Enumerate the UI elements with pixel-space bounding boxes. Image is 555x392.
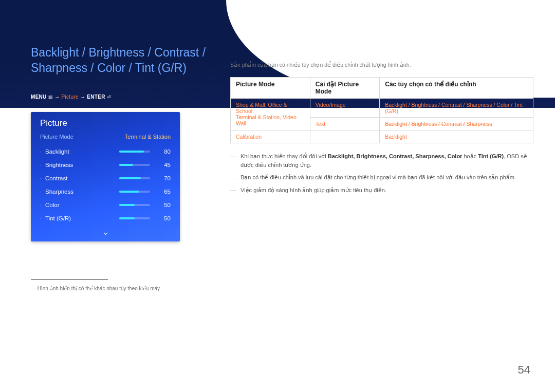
dash-icon: ― [230,152,240,169]
osd-tab-right[interactable]: Terminal & Station [125,134,171,140]
cell-calibration: Calibration [231,130,310,143]
osd-slider[interactable] [119,204,150,206]
dash-icon: ― [230,173,240,182]
osd-slider[interactable] [119,177,150,179]
bullet-dot-icon: · [40,148,45,155]
osd-title: Picture [31,112,180,134]
options-table: Picture Mode Cài đặt Picture Mode Các tù… [230,77,533,143]
osd-list: ·Backlight80·Brightness45·Contrast70·Sha… [31,143,180,225]
osd-item-label: Color [45,202,119,208]
bullet-dot-icon: · [40,175,45,181]
cell-opts-full: Backlight / Brightness / Contrast / Shar… [380,99,533,118]
th-options: Các tùy chọn có thể điều chỉnh [380,78,533,99]
osd-item-backlight[interactable]: ·Backlight80 [40,145,171,158]
th-setting: Cài đặt Picture Mode [310,78,379,99]
osd-slider[interactable] [119,164,150,166]
cell-empty [310,130,379,143]
enter-icon: ⏎ [107,95,111,100]
osd-slider[interactable] [119,217,150,219]
right-column: Sản phẩm của bạn có nhiều tùy chọn để đi… [230,62,529,143]
menu-path-picture: Picture [62,94,79,100]
osd-item-label: Backlight [45,148,119,155]
osd-item-label: Sharpness [45,189,119,195]
cell-video-image: Video/Image [310,99,379,118]
cell-backlight-only: Backlight [380,130,533,143]
osd-slider[interactable] [119,151,150,153]
menu-path-menu: MENU [31,94,47,100]
osd-item-label: Tint (G/R) [45,215,119,221]
bullet-3: ― Việc giảm độ sáng hình ảnh giúp giảm m… [230,184,533,197]
osd-item-value: 45 [156,162,171,168]
osd-item-color[interactable]: ·Color50 [40,198,171,212]
osd-item-value: 70 [156,175,171,181]
osd-tab-left[interactable]: Picture Mode [40,134,125,140]
bullet-1: ― Khi bạn thực hiện thay đổi đối với Bac… [230,150,533,171]
osd-slider[interactable] [119,191,150,193]
cell-modes: Shop & Mall, Office & School, Terminal &… [231,99,310,130]
osd-item-value: 50 [156,202,171,208]
osd-tabs: Picture Mode Terminal & Station [31,134,180,143]
dash-icon: ― [230,186,240,195]
osd-item-value: 80 [156,148,171,155]
bullet-dot-icon: · [40,202,45,208]
osd-item-value: 50 [156,215,171,221]
osd-item-tint-g-r-[interactable]: ·Tint (G/R)50 [40,212,171,225]
arrow-icon: → [80,94,85,100]
page-number: 54 [518,363,530,377]
footnote-separator [31,279,108,280]
osd-item-contrast[interactable]: ·Contrast70 [40,172,171,185]
menu-icon: ▥ [48,95,53,100]
arrow-icon: → [54,94,60,100]
description-bullets: ― Khi bạn thực hiện thay đổi đối với Bac… [230,150,533,196]
menu-path: MENU ▥ → Picture → ENTER ⏎ [31,94,111,100]
osd-item-label: Contrast [45,175,119,181]
page-title: Backlight / Brightness / Contrast / Shar… [31,45,216,76]
bullet-2: ― Bạn có thể điều chỉnh và lưu cài đặt c… [230,171,533,184]
cell-text: Text [310,118,379,130]
osd-item-label: Brightness [45,162,119,168]
th-picture-mode: Picture Mode [231,78,310,99]
osd-item-value: 65 [156,189,171,195]
menu-path-enter: ENTER [87,94,105,100]
osd-panel: Picture Picture Mode Terminal & Station … [31,112,180,241]
intro-text: Sản phẩm của bạn có nhiều tùy chọn để đi… [230,62,529,68]
bullet-dot-icon: · [40,189,45,195]
bullet-dot-icon: · [40,215,45,221]
osd-item-sharpness[interactable]: ·Sharpness65 [40,185,171,198]
chevron-down-icon[interactable]: ⌄ [31,225,180,236]
osd-item-brightness[interactable]: ·Brightness45 [40,158,171,172]
cell-opts-strike: Backlight / Brightness / Contrast / Shar… [380,118,533,130]
bullet-dot-icon: · [40,162,45,168]
footnote: ― Hình ảnh hiển thị có thể khác nhau tùy… [31,286,161,291]
